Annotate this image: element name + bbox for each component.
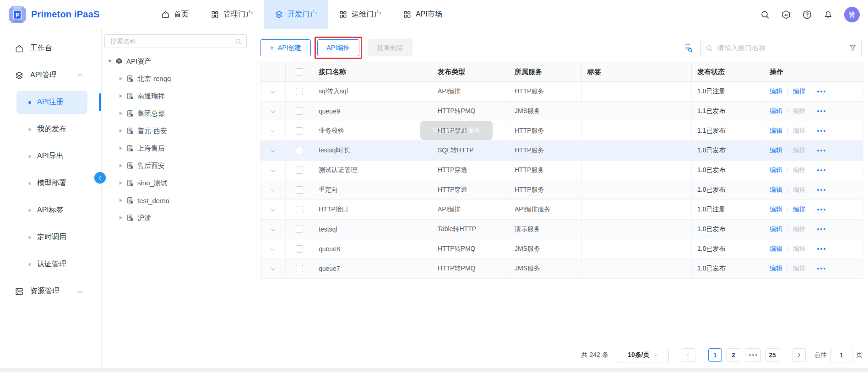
tree-node[interactable]: 沪浙	[102, 209, 256, 226]
edit-link[interactable]: 编辑	[770, 107, 782, 115]
edit-link[interactable]: 编辑	[770, 225, 782, 233]
api-orchestrate-button[interactable]: API编排	[317, 39, 360, 56]
ai-assistant-icon[interactable]: AI	[781, 10, 791, 20]
edit-link[interactable]: 编辑	[770, 186, 782, 194]
tree-node[interactable]: 北京-rengq	[102, 70, 256, 87]
sidebar-subitem[interactable]: API标签	[0, 197, 101, 224]
orchestrate-link[interactable]: 编排	[793, 225, 806, 233]
orchestrate-link[interactable]: 编排	[793, 264, 806, 273]
tree-search-input[interactable]	[109, 37, 235, 45]
tree-node[interactable]: 上海售后	[102, 140, 256, 157]
sidebar-subitem[interactable]: 我的发布	[0, 116, 101, 143]
select-all-checkbox[interactable]	[296, 68, 303, 75]
sidebar-item[interactable]: 工作台	[0, 35, 101, 62]
row-expand-icon[interactable]	[271, 266, 275, 270]
row-checkbox[interactable]	[296, 186, 303, 194]
tree-node[interactable]: 南通瑞祥	[102, 87, 256, 105]
row-expand-icon[interactable]	[271, 246, 275, 251]
page-button[interactable]: 25	[765, 348, 779, 362]
search-icon[interactable]	[760, 10, 770, 20]
edit-link[interactable]: 编辑	[770, 166, 782, 174]
expand-triangle-icon[interactable]	[119, 77, 122, 81]
expand-triangle-icon[interactable]	[119, 146, 122, 150]
api-create-button[interactable]: + API创建	[260, 39, 311, 56]
row-expand-icon[interactable]	[271, 128, 275, 133]
row-checkbox[interactable]	[296, 127, 303, 135]
page-button[interactable]: 1	[708, 348, 722, 362]
user-avatar[interactable]: 管	[844, 7, 860, 22]
sidebar-subitem[interactable]: 认证管理	[0, 251, 101, 278]
row-checkbox[interactable]	[296, 265, 303, 272]
orchestrate-link[interactable]: 编排	[793, 127, 806, 135]
goto-page-input[interactable]	[830, 348, 852, 362]
topnav-item[interactable]: 首页	[150, 0, 200, 29]
topnav-item[interactable]: API市场	[392, 0, 453, 29]
sidebar-subitem[interactable]: 模型部署	[0, 170, 101, 197]
expand-triangle-icon[interactable]	[119, 164, 122, 167]
table-search-input[interactable]	[716, 43, 849, 52]
row-expand-icon[interactable]	[271, 187, 275, 192]
topnav-item[interactable]: 运维门户	[328, 0, 392, 29]
row-checkbox[interactable]	[296, 226, 303, 233]
tree-root-node[interactable]: API资产	[102, 53, 256, 70]
next-page-button[interactable]	[792, 348, 806, 362]
page-ellipsis[interactable]	[745, 348, 761, 362]
orchestrate-link[interactable]: 编排	[793, 87, 806, 96]
more-actions-button[interactable]	[816, 169, 826, 171]
edit-link[interactable]: 编辑	[770, 264, 782, 273]
more-actions-button[interactable]	[816, 209, 826, 210]
topnav-item[interactable]: 管理门户	[200, 0, 264, 29]
orchestrate-link[interactable]: 编排	[793, 245, 806, 253]
more-actions-button[interactable]	[816, 228, 826, 230]
tree-node[interactable]: test_demo	[102, 192, 256, 209]
orchestrate-link[interactable]: 编排	[793, 166, 806, 174]
expand-triangle-icon[interactable]	[119, 181, 122, 185]
sidebar-item[interactable]: API管理	[0, 62, 101, 89]
doc-search-icon[interactable]	[684, 43, 694, 53]
edit-link[interactable]: 编辑	[770, 146, 782, 155]
row-expand-icon[interactable]	[271, 108, 275, 113]
tree-node[interactable]: 售后西安	[102, 157, 256, 174]
edit-link[interactable]: 编辑	[770, 245, 782, 253]
more-actions-button[interactable]	[816, 248, 826, 250]
row-expand-icon[interactable]	[271, 148, 275, 152]
row-expand-icon[interactable]	[271, 226, 275, 231]
row-checkbox[interactable]	[296, 245, 303, 253]
row-checkbox[interactable]	[296, 147, 303, 154]
orchestrate-link[interactable]: 编排	[793, 146, 806, 155]
more-actions-button[interactable]	[816, 91, 826, 92]
notifications-bell-icon[interactable]	[823, 10, 833, 20]
page-size-select[interactable]: 10条/页	[616, 348, 669, 362]
row-checkbox[interactable]	[296, 88, 303, 95]
expand-triangle-icon[interactable]	[119, 94, 122, 98]
expand-triangle-icon[interactable]	[119, 129, 122, 133]
edit-link[interactable]: 编辑	[770, 87, 782, 96]
more-actions-button[interactable]	[816, 130, 826, 132]
row-expand-icon[interactable]	[271, 167, 275, 172]
row-expand-icon[interactable]	[271, 89, 275, 93]
more-actions-button[interactable]	[816, 110, 826, 112]
filter-funnel-icon[interactable]	[849, 44, 857, 52]
tree-node[interactable]: 普元-西安	[102, 122, 256, 140]
page-button[interactable]: 2	[727, 348, 740, 362]
help-icon[interactable]	[802, 10, 812, 20]
sidebar-collapse-button[interactable]	[94, 172, 106, 183]
expand-triangle-icon[interactable]	[119, 112, 122, 115]
expand-triangle-icon[interactable]	[119, 199, 122, 202]
sidebar-subitem[interactable]: 定时调用	[0, 224, 101, 251]
row-checkbox[interactable]	[296, 108, 303, 115]
orchestrate-link[interactable]: 编排	[793, 205, 806, 214]
orchestrate-link[interactable]: 编排	[793, 186, 806, 194]
more-actions-button[interactable]	[816, 189, 826, 191]
row-checkbox[interactable]	[296, 206, 303, 213]
more-actions-button[interactable]	[816, 268, 826, 270]
tree-node[interactable]: 集团总部	[102, 105, 256, 122]
sidebar-subitem[interactable]: API导出	[0, 143, 101, 170]
sidebar-item[interactable]: 资源管理	[0, 278, 101, 305]
prev-page-button[interactable]	[682, 348, 695, 362]
row-checkbox[interactable]	[296, 167, 303, 174]
batch-delete-button[interactable]: 批量删除	[368, 39, 412, 56]
expand-triangle-icon[interactable]	[108, 60, 112, 63]
edit-link[interactable]: 编辑	[770, 127, 782, 135]
more-actions-button[interactable]	[816, 150, 826, 151]
